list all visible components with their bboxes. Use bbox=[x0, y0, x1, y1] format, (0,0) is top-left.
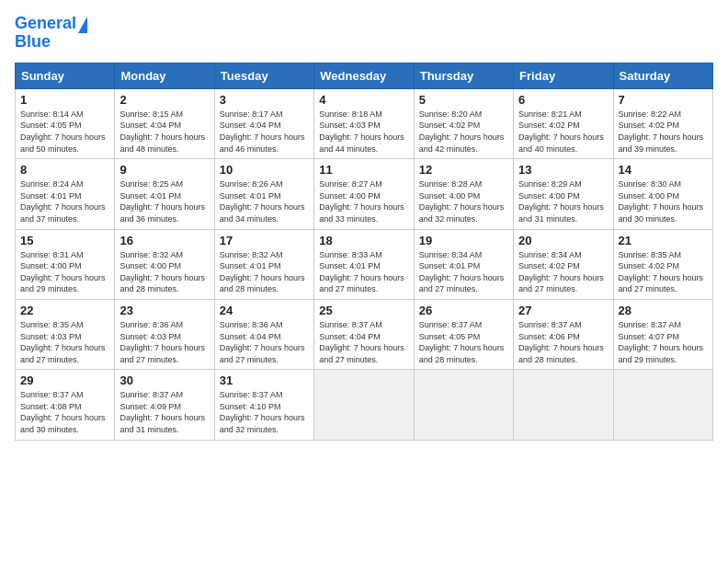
table-row: 2 Sunrise: 8:15 AMSunset: 4:04 PMDayligh… bbox=[115, 88, 214, 158]
day-number: 1 bbox=[20, 93, 109, 107]
table-row: 20 Sunrise: 8:34 AMSunset: 4:02 PMDaylig… bbox=[514, 229, 613, 299]
day-number: 25 bbox=[319, 304, 408, 317]
col-header-friday: Friday bbox=[514, 63, 613, 88]
table-row: 19 Sunrise: 8:34 AMSunset: 4:01 PMDaylig… bbox=[414, 229, 513, 299]
day-info: Sunrise: 8:21 AMSunset: 4:02 PMDaylight:… bbox=[518, 109, 608, 155]
table-row: 5 Sunrise: 8:20 AMSunset: 4:02 PMDayligh… bbox=[414, 88, 513, 158]
day-info: Sunrise: 8:31 AMSunset: 4:00 PMDaylight:… bbox=[20, 249, 109, 295]
table-row: 6 Sunrise: 8:21 AMSunset: 4:02 PMDayligh… bbox=[514, 88, 613, 158]
day-number: 13 bbox=[518, 163, 608, 177]
day-info: Sunrise: 8:33 AMSunset: 4:01 PMDaylight:… bbox=[319, 249, 408, 295]
calendar-table: SundayMondayTuesdayWednesdayThursdayFrid… bbox=[15, 63, 713, 441]
table-row: 16 Sunrise: 8:32 AMSunset: 4:00 PMDaylig… bbox=[115, 229, 214, 299]
table-row bbox=[613, 370, 712, 440]
col-header-thursday: Thursday bbox=[414, 63, 513, 88]
day-number: 12 bbox=[419, 163, 508, 177]
day-info: Sunrise: 8:25 AMSunset: 4:01 PMDaylight:… bbox=[119, 178, 209, 224]
col-header-sunday: Sunday bbox=[16, 63, 115, 88]
day-info: Sunrise: 8:26 AMSunset: 4:01 PMDaylight:… bbox=[220, 178, 309, 224]
day-number: 17 bbox=[220, 234, 309, 247]
table-row: 12 Sunrise: 8:28 AMSunset: 4:00 PMDaylig… bbox=[414, 159, 513, 229]
day-number: 3 bbox=[220, 93, 309, 107]
day-info: Sunrise: 8:36 AMSunset: 4:04 PMDaylight:… bbox=[220, 319, 309, 365]
day-number: 15 bbox=[20, 234, 109, 247]
day-info: Sunrise: 8:15 AMSunset: 4:04 PMDaylight:… bbox=[119, 109, 209, 155]
table-row: 1 Sunrise: 8:14 AMSunset: 4:05 PMDayligh… bbox=[16, 88, 115, 158]
table-row bbox=[414, 370, 513, 440]
day-info: Sunrise: 8:37 AMSunset: 4:07 PMDaylight:… bbox=[619, 319, 708, 365]
day-number: 24 bbox=[220, 304, 309, 317]
table-row: 10 Sunrise: 8:26 AMSunset: 4:01 PMDaylig… bbox=[214, 159, 313, 229]
day-info: Sunrise: 8:20 AMSunset: 4:02 PMDaylight:… bbox=[419, 109, 508, 155]
table-row: 29 Sunrise: 8:37 AMSunset: 4:08 PMDaylig… bbox=[16, 370, 115, 440]
day-info: Sunrise: 8:27 AMSunset: 4:00 PMDaylight:… bbox=[319, 178, 408, 224]
day-info: Sunrise: 8:37 AMSunset: 4:06 PMDaylight:… bbox=[518, 319, 608, 365]
day-number: 6 bbox=[518, 93, 608, 107]
day-info: Sunrise: 8:37 AMSunset: 4:08 PMDaylight:… bbox=[20, 389, 109, 435]
logo-text: General bbox=[15, 15, 76, 33]
day-info: Sunrise: 8:37 AMSunset: 4:04 PMDaylight:… bbox=[319, 319, 408, 365]
day-number: 20 bbox=[518, 234, 608, 247]
table-row: 18 Sunrise: 8:33 AMSunset: 4:01 PMDaylig… bbox=[314, 229, 414, 299]
table-row: 27 Sunrise: 8:37 AMSunset: 4:06 PMDaylig… bbox=[514, 299, 613, 369]
day-number: 27 bbox=[518, 304, 608, 317]
table-row: 30 Sunrise: 8:37 AMSunset: 4:09 PMDaylig… bbox=[115, 370, 214, 440]
table-row: 28 Sunrise: 8:37 AMSunset: 4:07 PMDaylig… bbox=[613, 299, 712, 369]
day-number: 22 bbox=[20, 304, 109, 317]
day-info: Sunrise: 8:35 AMSunset: 4:02 PMDaylight:… bbox=[619, 249, 708, 295]
day-number: 30 bbox=[119, 373, 209, 387]
col-header-monday: Monday bbox=[115, 63, 214, 88]
logo-triangle-icon bbox=[78, 17, 87, 33]
table-row: 3 Sunrise: 8:17 AMSunset: 4:04 PMDayligh… bbox=[214, 88, 313, 158]
day-number: 10 bbox=[220, 163, 309, 177]
day-number: 26 bbox=[419, 304, 508, 317]
day-number: 21 bbox=[619, 234, 708, 247]
day-info: Sunrise: 8:32 AMSunset: 4:01 PMDaylight:… bbox=[220, 249, 309, 295]
table-row: 15 Sunrise: 8:31 AMSunset: 4:00 PMDaylig… bbox=[16, 229, 115, 299]
day-number: 11 bbox=[319, 163, 408, 177]
day-number: 2 bbox=[119, 93, 209, 107]
day-info: Sunrise: 8:34 AMSunset: 4:02 PMDaylight:… bbox=[518, 249, 608, 295]
day-info: Sunrise: 8:22 AMSunset: 4:02 PMDaylight:… bbox=[619, 109, 708, 155]
day-info: Sunrise: 8:30 AMSunset: 4:00 PMDaylight:… bbox=[619, 178, 708, 224]
table-row: 25 Sunrise: 8:37 AMSunset: 4:04 PMDaylig… bbox=[314, 299, 414, 369]
day-number: 9 bbox=[119, 163, 209, 177]
col-header-saturday: Saturday bbox=[613, 63, 712, 88]
day-info: Sunrise: 8:37 AMSunset: 4:05 PMDaylight:… bbox=[419, 319, 508, 365]
day-number: 5 bbox=[419, 93, 508, 107]
day-info: Sunrise: 8:17 AMSunset: 4:04 PMDaylight:… bbox=[220, 109, 309, 155]
table-row: 7 Sunrise: 8:22 AMSunset: 4:02 PMDayligh… bbox=[613, 88, 712, 158]
table-row: 24 Sunrise: 8:36 AMSunset: 4:04 PMDaylig… bbox=[214, 299, 313, 369]
table-row: 17 Sunrise: 8:32 AMSunset: 4:01 PMDaylig… bbox=[214, 229, 313, 299]
day-number: 18 bbox=[319, 234, 408, 247]
day-info: Sunrise: 8:37 AMSunset: 4:10 PMDaylight:… bbox=[220, 389, 309, 435]
table-row: 21 Sunrise: 8:35 AMSunset: 4:02 PMDaylig… bbox=[613, 229, 712, 299]
page-header: General Blue bbox=[15, 15, 713, 52]
table-row bbox=[314, 370, 414, 440]
col-header-tuesday: Tuesday bbox=[214, 63, 313, 88]
day-info: Sunrise: 8:36 AMSunset: 4:03 PMDaylight:… bbox=[119, 319, 209, 365]
day-number: 23 bbox=[119, 304, 209, 317]
table-row: 14 Sunrise: 8:30 AMSunset: 4:00 PMDaylig… bbox=[613, 159, 712, 229]
day-number: 19 bbox=[419, 234, 508, 247]
day-info: Sunrise: 8:18 AMSunset: 4:03 PMDaylight:… bbox=[319, 109, 408, 155]
table-row: 8 Sunrise: 8:24 AMSunset: 4:01 PMDayligh… bbox=[16, 159, 115, 229]
day-info: Sunrise: 8:29 AMSunset: 4:00 PMDaylight:… bbox=[518, 178, 608, 224]
table-row: 11 Sunrise: 8:27 AMSunset: 4:00 PMDaylig… bbox=[314, 159, 414, 229]
table-row: 9 Sunrise: 8:25 AMSunset: 4:01 PMDayligh… bbox=[115, 159, 214, 229]
table-row bbox=[514, 370, 613, 440]
day-number: 28 bbox=[619, 304, 708, 317]
day-number: 16 bbox=[119, 234, 209, 247]
logo: General Blue bbox=[15, 15, 87, 52]
day-info: Sunrise: 8:24 AMSunset: 4:01 PMDaylight:… bbox=[20, 178, 109, 224]
table-row: 13 Sunrise: 8:29 AMSunset: 4:00 PMDaylig… bbox=[514, 159, 613, 229]
table-row: 22 Sunrise: 8:35 AMSunset: 4:03 PMDaylig… bbox=[16, 299, 115, 369]
day-info: Sunrise: 8:28 AMSunset: 4:00 PMDaylight:… bbox=[419, 178, 508, 224]
day-info: Sunrise: 8:34 AMSunset: 4:01 PMDaylight:… bbox=[419, 249, 508, 295]
day-number: 7 bbox=[619, 93, 708, 107]
day-number: 31 bbox=[220, 373, 309, 387]
day-info: Sunrise: 8:37 AMSunset: 4:09 PMDaylight:… bbox=[119, 389, 209, 435]
day-number: 4 bbox=[319, 93, 408, 107]
day-number: 14 bbox=[619, 163, 708, 177]
table-row: 4 Sunrise: 8:18 AMSunset: 4:03 PMDayligh… bbox=[314, 88, 414, 158]
